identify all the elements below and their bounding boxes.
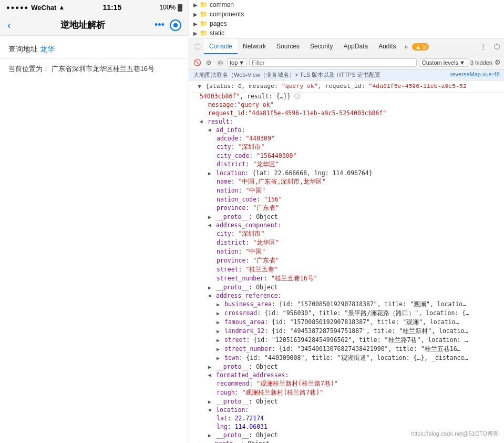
log-proto5: ▶ __proto__: Object [189,431,504,439]
elements-icon: ⬚ [194,42,201,50]
tab-audits[interactable]: Audits [373,39,401,54]
log-source-link[interactable]: reverseMap.vue:48 [450,71,500,79]
proto6-triangle[interactable]: ▶ [200,441,203,443]
proto5-triangle[interactable]: ▶ [208,432,211,438]
folder-name: common [210,1,234,8]
ar-town-triangle[interactable]: ▶ [217,355,220,361]
log-proto4: ▶ __proto__: Object [189,397,504,406]
file-tree-item[interactable]: ▶ 📁 components [189,9,504,19]
undock-icon[interactable]: ⬡ [492,42,502,52]
settings-icon[interactable]: ⚙ [495,58,501,66]
console-content[interactable]: ▶ {status: 0, message: "query ok", reque… [189,80,504,443]
tab-appdata[interactable]: AppData [338,39,373,54]
log-text: {status: 0, message: "query ok", request… [205,83,467,89]
business-triangle[interactable]: ▶ [217,301,220,307]
tab-security[interactable]: Security [305,39,338,54]
log-ar-business: ▶ business_area: {id: "15700850192907818… [189,300,504,309]
proto4-triangle[interactable]: ▶ [208,399,211,405]
wifi-icon: ▲ [58,4,65,11]
proto-triangle[interactable]: ▶ [208,214,211,220]
folder-name: components [210,11,244,18]
location-query: 查询地址 龙华 [0,36,189,59]
vertical-dots-icon[interactable]: ⋮ [478,42,489,52]
log-ac-city: city: "深圳市" [189,229,504,238]
tab-network[interactable]: Network [238,39,271,54]
log-location-expanded: ▼ location: [189,406,504,414]
formatted-triangle[interactable]: ▼ [207,374,213,377]
proto2-triangle[interactable]: ▶ [208,285,211,290]
mobile-panel: ●●●●● WeChat ▲ 11:15 100% ▓ ‹ 逆地址解析 ••• … [0,0,189,443]
current-location: 当前位置为： 广东省深圳市龙华区桂兰五巷16号 [0,59,189,79]
query-label: 查询地址 [8,45,38,53]
warning-badge[interactable]: ▲ 3 [412,43,429,51]
log-ar-street-num: ▶ street_number: {id: "34540013076827438… [189,345,504,354]
proto3-triangle[interactable]: ▶ [208,364,211,370]
log-nation: nation: "中国" [189,186,504,195]
folder-icon: 📁 [200,1,208,8]
hidden-count: 3 hidden [470,59,492,66]
custom-levels-label: Custom levels [422,59,458,66]
clear-button[interactable]: 🚫 [192,58,202,67]
colon: : [233,101,237,108]
location-triangle[interactable]: ▶ [208,170,211,176]
addr-comp-triangle[interactable]: ▼ [207,224,213,227]
log-ar-famous: ▶ famous_area: {id: "1570085019290781838… [189,318,504,327]
filter-input-container[interactable] [249,58,417,67]
log-requestid-line: request_id : "4da81f5e-4596-11eb-a9c5-52… [189,109,504,117]
tree-arrow: ▶ [193,31,198,36]
loc-exp-triangle[interactable]: ▼ [207,409,213,412]
log-ac-district: district: "龙华区" [189,238,504,247]
tab-console[interactable]: Console [204,39,238,54]
landmark-triangle[interactable]: ▶ [217,328,220,334]
folder-name: static [210,29,224,37]
pause-button[interactable]: ⊘ [204,58,213,67]
context-selector[interactable]: top ▼ [227,58,247,67]
custom-levels-dropdown[interactable]: Custom levels ▼ [419,58,468,67]
tab-more[interactable]: » [402,41,412,53]
log-adcode: adcode: "440309" [189,134,504,143]
value-message: "query ok" [237,101,273,108]
log-lat: lat: 22.72174 [189,414,504,422]
tab-elements[interactable]: ⬚ [191,40,204,53]
status-right: 100% ▓ [160,4,182,11]
log-ac-street-num: street_number: "桂兰五巷16号" [189,274,504,283]
log-ac-street: street: "桂兰五巷" [189,265,504,274]
folder-icon: 📁 [200,11,208,18]
back-button[interactable]: ‹ [7,19,11,31]
log-nation-code: nation_code: "156" [189,195,504,204]
record-button[interactable] [170,19,181,31]
expand-triangle[interactable]: ▶ [195,85,203,88]
more-button[interactable]: ••• [155,19,164,31]
log-ar-landmark: ▶ landmark_12: {id: "4945387287594751887… [189,327,504,336]
status-bar: ●●●●● WeChat ▲ 11:15 100% ▓ [0,0,189,15]
crossroad-triangle[interactable]: ▶ [217,310,220,316]
result-triangle[interactable]: ▼ [199,120,204,124]
ar-street-triangle[interactable]: ▶ [217,337,220,343]
tab-sources[interactable]: Sources [271,39,305,54]
log-ac-province: province: "广东省" [189,256,504,265]
key-result: result [208,118,230,125]
dropdown-arrow-icon: ▼ [239,59,244,66]
log-formatted-addresses: ▼ formatted_addresses: [189,371,504,379]
log-fa-rough: rough: "观澜桂兰新村(桂兰路7巷)" [189,388,504,397]
log-address-component: ▼ address_component: [189,221,504,229]
battery-icon: ▓ [178,4,182,11]
log-info-text: 大地图法联名（Web-View（业务域名）> TLS 版本以及 HTTPS 证书… [193,71,380,79]
eye-button[interactable]: ◎ [215,58,225,67]
file-tree-item[interactable]: ▶ 📁 pages [189,19,504,28]
battery-percent: 100% [160,4,176,11]
folder-name: pages [210,20,227,27]
addr-ref-triangle[interactable]: ▼ [207,295,213,298]
ar-strnum-triangle[interactable]: ▶ [217,346,220,352]
location-label: 当前位置为： [8,65,49,73]
file-tree-item[interactable]: ▶ 📁 static [189,28,504,38]
filter-input[interactable] [252,59,283,66]
log-fa-recommend: recommend: "观澜桂兰新村(桂兰路7巷)" [189,379,504,388]
log-proto3: ▶ __proto__: Object [189,363,504,371]
famous-triangle[interactable]: ▶ [217,319,220,325]
log-continuation: 54003cb86f", result: {…}} ⓘ [189,93,504,100]
app-name: WeChat [31,4,56,12]
adinfo-triangle[interactable]: ▼ [207,129,213,132]
log-lng: lng: 114.06031 [189,422,504,431]
file-tree-item[interactable]: ▶ 📁 common [189,0,504,9]
